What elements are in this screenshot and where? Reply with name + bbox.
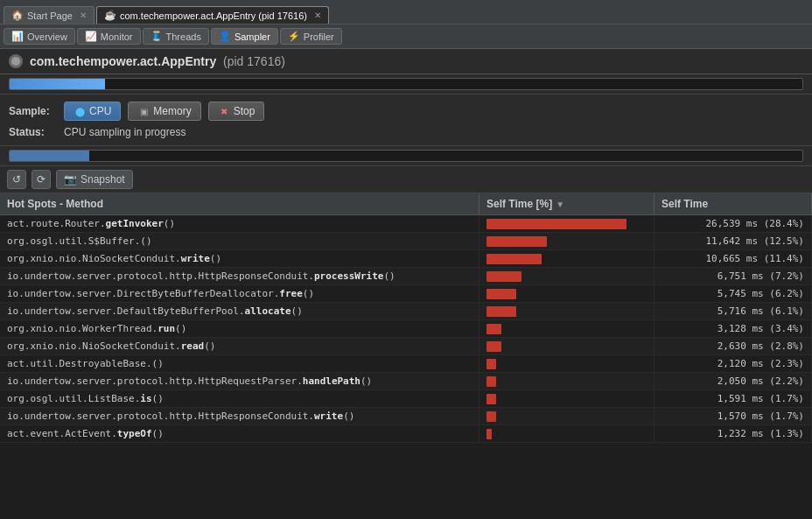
main-content: com.techempower.act.AppEntry (pid 17616)… xyxy=(0,49,812,519)
subnav-threads-label: Threads xyxy=(166,32,201,42)
hotspots-table[interactable]: Hot Spots - Method Self Time [%] ▼ Self … xyxy=(0,193,812,519)
sample-label: Sample: xyxy=(9,105,57,117)
col-self-time-label: Self Time xyxy=(662,198,708,210)
cell-time: 5,745 ms (6.2%) xyxy=(654,285,812,302)
memory-button[interactable]: ▣ Memory xyxy=(128,102,200,121)
col-method-label: Hot Spots - Method xyxy=(7,198,103,210)
cell-time: 26,539 ms (28.4%) xyxy=(654,215,812,232)
table-row[interactable]: io.undertow.server.DefaultByteBufferPool… xyxy=(0,303,812,320)
tab-app-close[interactable]: ✕ xyxy=(314,11,321,20)
cell-method: act.util.DestroyableBase. () xyxy=(0,355,480,372)
table-row[interactable]: io.undertow.server.protocol.http.HttpReq… xyxy=(0,373,812,390)
cell-time: 11,642 ms (12.5%) xyxy=(654,233,812,249)
col-method: Hot Spots - Method xyxy=(0,193,480,214)
snapshot-button[interactable]: 📷 Snapshot xyxy=(56,170,133,189)
table-row[interactable]: org.xnio.nio.NioSocketConduit.read ()2,6… xyxy=(0,338,812,355)
subnav-profiler[interactable]: ⚡ Profiler xyxy=(280,28,342,45)
subnav-monitor-label: Monitor xyxy=(101,32,133,42)
profiler-icon: ⚡ xyxy=(288,31,300,42)
cell-time: 1,591 ms (1.7%) xyxy=(654,390,812,407)
progress-area-2 xyxy=(0,146,812,166)
tab-start-close[interactable]: ✕ xyxy=(80,11,87,20)
sort-arrow-icon: ▼ xyxy=(556,200,564,209)
cell-method: org.osgl.util.ListBase.is () xyxy=(0,390,480,407)
stop-button-icon: ✖ xyxy=(218,105,230,117)
cell-time: 2,050 ms (2.2%) xyxy=(654,373,812,389)
cell-time: 5,716 ms (6.1%) xyxy=(654,303,812,319)
status-text: CPU sampling in progress xyxy=(64,126,186,138)
app-icon: ☕ xyxy=(104,10,116,21)
svg-point-1 xyxy=(11,57,20,66)
col-self-time-pct[interactable]: Self Time [%] ▼ xyxy=(480,193,654,214)
bar-fill xyxy=(486,236,547,247)
app-pid: (pid 17616) xyxy=(223,54,285,68)
memory-button-icon: ▣ xyxy=(137,105,150,117)
cell-method: org.xnio.nio.WorkerThread.run () xyxy=(0,320,480,337)
refresh-icon: ↺ xyxy=(12,173,21,186)
snapshot-label: Snapshot xyxy=(80,173,125,186)
cell-method: io.undertow.server.DirectByteBufferDeall… xyxy=(0,285,480,302)
cell-time: 2,120 ms (2.3%) xyxy=(654,355,812,372)
overview-icon: 📊 xyxy=(11,31,24,42)
progress-area-top xyxy=(0,74,812,95)
table-row[interactable]: org.xnio.nio.WorkerThread.run ()3,128 ms… xyxy=(0,320,812,338)
subnav-overview[interactable]: 📊 Overview xyxy=(4,28,75,45)
sample-controls-row: Sample: ⬤ CPU ▣ Memory ✖ Stop xyxy=(9,102,803,121)
table-row[interactable]: org.xnio.nio.NioSocketConduit.write ()10… xyxy=(0,250,812,268)
bar-fill xyxy=(486,429,492,439)
subnav-sampler-label: Sampler xyxy=(234,32,270,42)
tab-app[interactable]: ☕ com.techempower.act.AppEntry (pid 1761… xyxy=(96,6,329,24)
table-row[interactable]: org.osgl.util.ListBase.is ()1,591 ms (1.… xyxy=(0,390,812,408)
cell-bar xyxy=(480,303,654,319)
title-bar: com.techempower.act.AppEntry (pid 17616) xyxy=(0,49,812,74)
cell-method: org.osgl.util.S$Buffer. () xyxy=(0,233,480,249)
bar-fill xyxy=(486,306,516,317)
tab-bar: 🏠 Start Page ✕ ☕ com.techempower.act.App… xyxy=(0,0,812,25)
reload-button[interactable]: ⟳ xyxy=(32,170,51,189)
table-row[interactable]: act.util.DestroyableBase. ()2,120 ms (2.… xyxy=(0,355,812,373)
col-self-time: Self Time xyxy=(654,193,812,214)
cell-method: act.route.Router.getInvoker () xyxy=(0,215,480,232)
table-row[interactable]: act.event.ActEvent.typeOf ()1,232 ms (1.… xyxy=(0,425,812,443)
subnav-monitor[interactable]: 📈 Monitor xyxy=(77,28,141,45)
snapshot-icon: 📷 xyxy=(64,173,77,186)
bar-fill xyxy=(486,324,501,334)
cell-time: 2,630 ms (2.8%) xyxy=(654,338,812,354)
progress-bar-top xyxy=(9,78,803,90)
subnav-sampler[interactable]: 👤 Sampler xyxy=(211,28,278,45)
cpu-button-icon: ⬤ xyxy=(74,105,86,117)
cell-method: act.event.ActEvent.typeOf () xyxy=(0,425,480,442)
table-row[interactable]: io.undertow.server.protocol.http.HttpRes… xyxy=(0,268,812,285)
bar-fill xyxy=(486,376,496,387)
subnav-profiler-label: Profiler xyxy=(304,32,334,42)
cell-time: 6,751 ms (7.2%) xyxy=(654,268,812,284)
table-row[interactable]: io.undertow.server.DirectByteBufferDeall… xyxy=(0,285,812,303)
cell-bar xyxy=(480,268,654,284)
cell-bar xyxy=(480,215,654,232)
col-self-time-pct-label: Self Time [%] xyxy=(486,198,552,210)
cell-bar xyxy=(480,408,654,424)
cell-bar xyxy=(480,250,654,267)
cell-method: org.xnio.nio.NioSocketConduit.write () xyxy=(0,250,480,267)
table-row[interactable]: org.osgl.util.S$Buffer. ()11,642 ms (12.… xyxy=(0,233,812,250)
bar-fill xyxy=(486,394,496,404)
table-row[interactable]: io.undertow.server.protocol.http.HttpRes… xyxy=(0,408,812,425)
bar-fill xyxy=(486,254,542,264)
cell-bar xyxy=(480,425,654,442)
threads-icon: 🧵 xyxy=(150,31,163,42)
table-row[interactable]: act.route.Router.getInvoker ()26,539 ms … xyxy=(0,215,812,233)
refresh-button[interactable]: ↺ xyxy=(7,170,26,189)
bar-fill xyxy=(486,411,496,422)
cell-method: io.undertow.server.protocol.http.HttpRes… xyxy=(0,268,480,284)
cpu-button[interactable]: ⬤ CPU xyxy=(64,102,121,121)
cell-method: org.xnio.nio.NioSocketConduit.read () xyxy=(0,338,480,354)
monitor-icon: 📈 xyxy=(85,31,97,42)
cell-bar xyxy=(480,338,654,354)
bar-fill xyxy=(486,289,516,299)
reload-icon: ⟳ xyxy=(37,173,46,186)
stop-button[interactable]: ✖ Stop xyxy=(208,102,265,121)
bar-fill xyxy=(486,341,501,352)
subnav-threads[interactable]: 🧵 Threads xyxy=(143,28,209,45)
progress-bar-fill xyxy=(10,79,105,89)
tab-start[interactable]: 🏠 Start Page ✕ xyxy=(4,6,94,24)
